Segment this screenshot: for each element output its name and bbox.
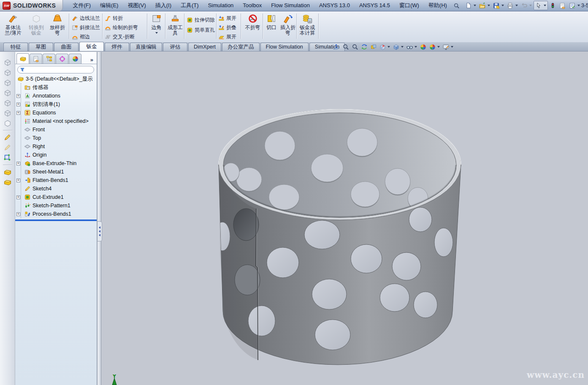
tab-features[interactable]: 特征	[3, 43, 28, 51]
menu-ansys-14-5[interactable]: ANSYS 14.5	[355, 0, 395, 11]
flatten-button[interactable]: 展开	[218, 33, 236, 41]
expand-toggle[interactable]	[16, 94, 20, 98]
tree-item-equations[interactable]: Equations	[15, 108, 97, 117]
standard-view-5-button[interactable]	[2, 98, 13, 107]
pan-button[interactable]	[369, 43, 378, 51]
tab-evaluate[interactable]: 评估	[163, 43, 187, 51]
part-tool-2-button[interactable]	[2, 178, 13, 187]
tree-item-annotations[interactable]: Annotations	[15, 92, 97, 100]
new-document-button[interactable]	[464, 1, 477, 10]
menu-view[interactable]: 视图(V)	[123, 0, 150, 11]
corners-button[interactable]: 边角	[149, 12, 164, 42]
display-manager-tab[interactable]	[69, 54, 81, 64]
tree-item-sheet-metal1[interactable]: Sheet-Metal1	[15, 168, 97, 176]
standard-view-3-button[interactable]	[2, 78, 13, 87]
tree-item-cut-extrude1[interactable]: Cut-Extrude1	[15, 193, 97, 201]
tab-office-products[interactable]: 办公室产品	[222, 43, 260, 51]
hem-button[interactable]: 褶边	[72, 33, 90, 41]
sketch-3d-button[interactable]	[2, 143, 13, 152]
tree-item-material[interactable]: Material <not specified>	[15, 117, 97, 125]
convert-to-sheet-metal-button[interactable]: 转换到钣金	[27, 12, 46, 42]
panel-collapse-handle[interactable]	[98, 221, 102, 241]
view-settings-button[interactable]	[442, 43, 455, 51]
jog-button[interactable]: 转折	[105, 14, 123, 23]
section-view-dropdown-icon[interactable]	[387, 46, 390, 48]
miter-flange-button[interactable]: 斜接法兰	[72, 23, 100, 32]
hide-show-items-button[interactable]	[405, 43, 418, 51]
expand-toggle[interactable]	[16, 162, 20, 165]
sketched-bend-button[interactable]: 绘制的折弯	[105, 23, 138, 32]
options-dropdown-icon[interactable]	[577, 5, 580, 6]
apply-scene-button[interactable]	[428, 43, 441, 51]
standard-view-7-button[interactable]	[2, 119, 13, 127]
menu-flow-simulation[interactable]: Flow Simulation	[266, 0, 314, 11]
filter-input[interactable]	[27, 67, 94, 73]
standard-view-4-button[interactable]	[2, 88, 13, 97]
undo-button[interactable]	[520, 1, 533, 10]
tree-item-sketch-pattern1[interactable]: Sketch-Pattern1	[15, 201, 97, 210]
no-bends-button[interactable]: 不折弯	[243, 12, 262, 42]
file-properties-button[interactable]	[558, 1, 567, 10]
part-tool-1-button[interactable]	[2, 168, 13, 176]
view-orientation-button[interactable]	[392, 43, 405, 51]
zoom-in-out-button[interactable]	[350, 43, 359, 51]
undo-dropdown-icon[interactable]	[529, 5, 532, 6]
select-cursor-button[interactable]	[534, 1, 548, 10]
tab-direct-editing[interactable]: 直接编辑	[130, 43, 162, 51]
print-button[interactable]	[506, 1, 519, 10]
configuration-manager-tab[interactable]	[43, 54, 55, 64]
tab-flow-simulation[interactable]: Flow Simulation	[260, 43, 309, 51]
menu-insert[interactable]: 插入(I)	[151, 0, 176, 11]
view-settings-dropdown-icon[interactable]	[451, 46, 453, 48]
panel-splitter[interactable]	[97, 52, 101, 385]
view-orientation-dropdown-icon[interactable]	[401, 46, 404, 48]
panel-expand-chevron[interactable]: »	[90, 57, 95, 64]
selection-filter-button[interactable]	[548, 1, 558, 10]
tree-item-process-bends1[interactable]: Process-Bends1	[15, 210, 97, 218]
tree-item-origin[interactable]: Origin	[15, 151, 97, 159]
extruded-cut-button[interactable]: 拉伸切除	[187, 16, 215, 24]
expand-toggle[interactable]	[16, 179, 20, 182]
tree-item-flatten-bends1[interactable]: Flatten-Bends1	[15, 176, 97, 184]
menu-file[interactable]: 文件(F)	[68, 0, 95, 11]
tree-item-sketch4[interactable]: Sketch4	[15, 184, 97, 193]
hide-show-items-dropdown-icon[interactable]	[415, 46, 417, 48]
open-dropdown-icon[interactable]	[488, 5, 490, 6]
save-button[interactable]	[492, 1, 505, 10]
menu-edit[interactable]: 编辑(E)	[95, 0, 123, 11]
rotate-view-button[interactable]	[360, 43, 369, 51]
expand-toggle[interactable]	[16, 111, 20, 115]
tree-root-part[interactable]: 3-5 (Default<<Default>_显示	[15, 75, 97, 83]
lofted-bend-button[interactable]: 放样折弯	[48, 12, 67, 42]
tree-filter-box[interactable]	[17, 66, 94, 73]
tab-dimxpert[interactable]: DimXpert	[188, 43, 221, 51]
dimxpert-manager-tab[interactable]	[56, 54, 68, 64]
search-icon[interactable]	[453, 1, 460, 10]
apply-scene-dropdown-icon[interactable]	[437, 46, 440, 48]
expand-toggle[interactable]	[16, 212, 20, 216]
edit-appearance-button[interactable]	[419, 43, 428, 51]
menu-help[interactable]: 帮助(H)	[424, 0, 452, 11]
open-button[interactable]	[478, 1, 491, 10]
standard-view-6-button[interactable]	[2, 108, 13, 117]
sketch-button[interactable]	[2, 133, 13, 142]
expand-toggle[interactable]	[16, 195, 20, 199]
edge-flange-button[interactable]: 边线法兰	[72, 14, 100, 23]
menu-toolbox[interactable]: Toolbox	[238, 0, 266, 11]
corners-dropdown-icon[interactable]	[155, 32, 158, 34]
tab-weldments[interactable]: 焊件	[105, 43, 129, 51]
zoom-to-fit-button[interactable]	[332, 43, 341, 51]
rollback-bar[interactable]	[15, 220, 97, 221]
simple-hole-button[interactable]: 简单直孔	[187, 26, 215, 35]
forming-tool-button[interactable]: 成形工具	[167, 12, 184, 42]
menu-window[interactable]: 窗口(W)	[395, 0, 424, 11]
menu-ansys-13[interactable]: ANSYS 13.0	[314, 0, 355, 11]
tree-item-right-plane[interactable]: Right	[15, 142, 97, 151]
reference-geometry-button[interactable]	[2, 153, 13, 162]
new-document-dropdown-icon[interactable]	[474, 5, 476, 6]
expand-toggle[interactable]	[16, 103, 20, 106]
cross-break-button[interactable]: 交叉-折断	[105, 33, 135, 41]
tree-item-base-extrude-thin[interactable]: Base-Extrude-Thin	[15, 159, 97, 168]
section-view-button[interactable]	[378, 43, 391, 51]
sheet-metal-cost-button[interactable]: 钣金成本计算	[298, 12, 317, 42]
